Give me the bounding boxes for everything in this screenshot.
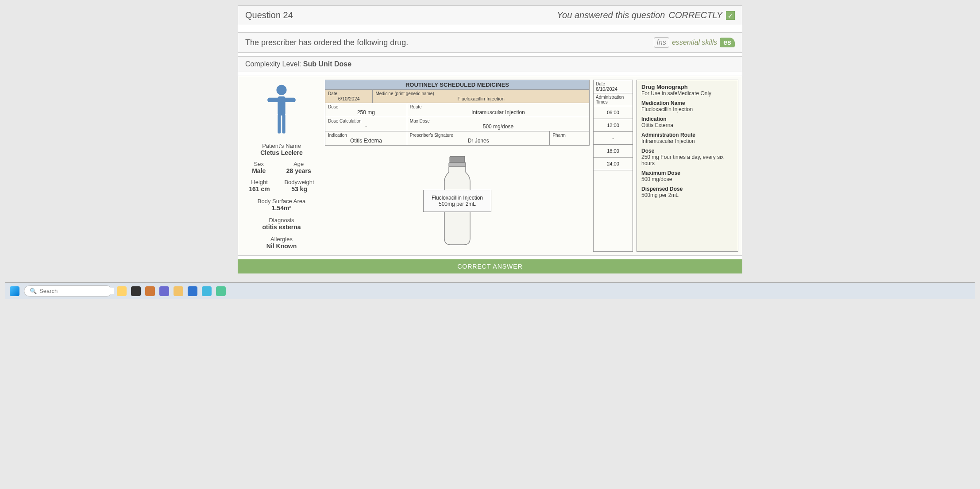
mono-disp-h: Dispensed Dose [641, 186, 733, 192]
admin-time-5: 24:00 [594, 158, 633, 170]
allergies-value: Nil Known [242, 243, 321, 250]
answer-status: You answered this question CORRECTLY ✓ [557, 10, 735, 20]
vial-label: Flucloxacillin Injection 500mg per 2mL [423, 190, 491, 212]
sex-label: Sex [252, 161, 266, 167]
sig-label: Prescriber's Signature [410, 133, 547, 138]
mono-route-v: Intramuscular Injection [641, 138, 733, 144]
medication-chart: ROUTINELY SCHEDULED MEDICINES Date 6/10/… [325, 80, 590, 146]
question-text: The prescriber has ordered the following… [245, 38, 408, 47]
dosecalc-value: - [328, 123, 404, 130]
bsa-label: Body Surface Area [242, 198, 321, 204]
monograph-title: Drug Monograph [641, 84, 733, 90]
height-label: Height [249, 179, 270, 185]
mono-route-h: Administration Route [641, 132, 733, 138]
vial-area: Flucloxacillin Injection 500mg per 2mL [325, 154, 590, 252]
taskbar-edge-icon[interactable] [202, 286, 212, 296]
taskbar-explorer-icon[interactable] [174, 286, 183, 296]
diagnosis-label: Diagnosis [242, 217, 321, 223]
weight-label: Bodyweight [284, 179, 314, 185]
vial-line2: 500mg per 2mL [432, 201, 483, 207]
taskbar-app-icon[interactable] [145, 286, 155, 296]
admin-time-3: - [594, 132, 633, 145]
search-icon: 🔍 [30, 288, 37, 294]
admin-time-1: 06:00 [594, 106, 633, 119]
search-input[interactable] [39, 288, 114, 294]
svg-rect-3 [278, 114, 281, 133]
monograph-column: Drug Monograph For Use in safeMedicate O… [637, 80, 738, 252]
logo-fns: fns [654, 37, 669, 48]
patient-name-value: Cletus Leclerc [242, 149, 321, 156]
svg-rect-4 [282, 114, 285, 133]
mono-ind-h: Indication [641, 116, 733, 122]
mono-max-v: 500 mg/dose [641, 176, 733, 182]
check-icon: ✓ [726, 11, 735, 20]
patient-column: Patient's Name Cletus Leclerc Sex Male A… [242, 80, 321, 252]
mono-medname-h: Medication Name [641, 100, 733, 106]
age-label: Age [286, 161, 311, 167]
taskbar-outlook-icon[interactable] [188, 286, 197, 296]
answer-status-prefix: You answered this question [557, 10, 665, 20]
admin-times-label: Administration Times [596, 95, 630, 104]
vial-line1: Flucloxacillin Injection [432, 195, 483, 201]
maxdose-label: Max Dose [410, 119, 586, 123]
windows-taskbar[interactable]: 🔍 [5, 282, 975, 299]
svg-point-0 [276, 85, 286, 95]
mono-dose-h: Dose [641, 148, 733, 154]
taskbar-search[interactable]: 🔍 [24, 285, 112, 296]
mono-ind-v: Otitis Externa [641, 122, 733, 128]
allergies-label: Allergies [242, 236, 321, 243]
brand-logo: fns essential skills es [654, 37, 735, 48]
medicine-value: Flucloxacillin Injection [375, 96, 586, 101]
taskbar-app-icon[interactable] [117, 286, 127, 296]
complexity-label: Complexity Level: [245, 60, 301, 68]
admin-date-value: 6/10/2024 [596, 86, 630, 92]
svg-rect-2 [267, 98, 296, 102]
chart-column: ROUTINELY SCHEDULED MEDICINES Date 6/10/… [325, 80, 590, 252]
svg-rect-5 [450, 156, 465, 162]
taskbar-app-icon[interactable] [216, 286, 226, 296]
dose-label: Dose [328, 104, 404, 109]
question-text-row: The prescriber has ordered the following… [238, 32, 742, 53]
complexity-value: Sub Unit Dose [303, 60, 351, 68]
route-label: Route [410, 104, 586, 109]
diagnosis-value: otitis externa [242, 223, 321, 231]
admin-times-column: Date 6/10/2024 Administration Times 06:0… [593, 80, 633, 252]
mono-dose-v: 250 mg Four times a day, every six hours [641, 154, 733, 166]
medicine-label: Medicine (print generic name) [375, 91, 586, 96]
sex-value: Male [252, 167, 266, 174]
admin-date-label: Date [596, 81, 630, 86]
mono-disp-v: 500mg per 2mL [641, 192, 733, 198]
dosecalc-label: Dose Calculation [328, 119, 404, 123]
mono-max-h: Maximum Dose [641, 170, 733, 176]
person-icon [242, 82, 321, 140]
main-panel: Patient's Name Cletus Leclerc Sex Male A… [238, 76, 742, 256]
windows-start-icon[interactable] [10, 286, 19, 296]
question-header: Question 24 You answered this question C… [238, 5, 742, 25]
taskbar-app-icon[interactable] [131, 286, 141, 296]
correct-answer-bar: CORRECT ANSWER [238, 259, 742, 273]
chart-title: ROUTINELY SCHEDULED MEDICINES [325, 80, 590, 90]
question-number: Question 24 [245, 10, 293, 20]
logo-text: essential skills [672, 39, 717, 46]
sig-value: Dr Jones [410, 138, 547, 144]
monograph-subtitle: For Use in safeMedicate Only [641, 90, 733, 96]
logo-es: es [720, 38, 735, 47]
admin-time-4: 18:00 [594, 145, 633, 158]
taskbar-teams-icon[interactable] [159, 286, 169, 296]
weight-value: 53 kg [284, 185, 314, 193]
bsa-value: 1.54m² [242, 204, 321, 212]
indication-value: Otitis Externa [328, 138, 404, 144]
age-value: 28 years [286, 167, 311, 174]
mono-medname-v: Flucloxacillin Injection [641, 106, 733, 112]
height-value: 161 cm [249, 185, 270, 193]
route-value: Intramuscular Injection [410, 109, 586, 116]
svg-rect-6 [449, 162, 466, 167]
dose-value: 250 mg [328, 109, 404, 116]
date-value: 6/10/2024 [328, 96, 370, 101]
admin-time-2: 12:00 [594, 119, 633, 132]
patient-name-label: Patient's Name [242, 142, 321, 149]
pharm-label: Pharm [552, 133, 586, 138]
indication-label: Indication [328, 133, 404, 138]
complexity-row: Complexity Level: Sub Unit Dose [238, 56, 742, 72]
maxdose-value: 500 mg/dose [410, 123, 586, 130]
